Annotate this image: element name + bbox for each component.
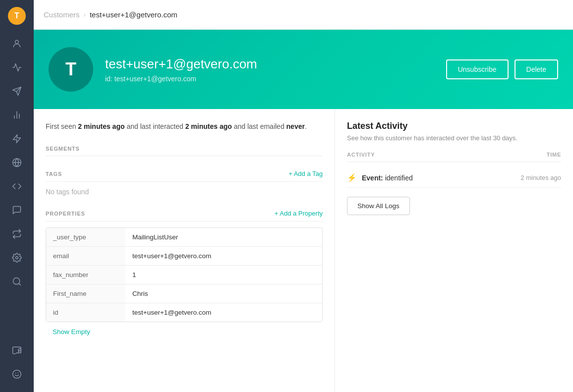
prop-val: Chris — [125, 284, 322, 303]
sidebar-item-settings[interactable] — [0, 246, 34, 270]
sidebar-item-reports[interactable] — [0, 103, 34, 127]
sidebar-item-messages[interactable] — [0, 198, 34, 222]
sidebar-item-sync[interactable] — [0, 222, 34, 246]
breadcrumb-separator: › — [84, 11, 86, 18]
svg-point-0 — [15, 40, 19, 44]
sidebar-item-search[interactable] — [0, 270, 34, 293]
prop-key: First_name — [46, 284, 125, 303]
activity-time: 2 minutes ago — [520, 174, 561, 181]
tags-header: TAGS + Add a Tag — [46, 170, 323, 182]
prop-key: email — [46, 247, 125, 265]
right-panel: Latest Activity See how this customer ha… — [335, 109, 573, 392]
hero-info: test+user+1@getvero.com id: test+user+1@… — [105, 56, 446, 83]
user-avatar[interactable]: T — [8, 7, 26, 25]
svg-marker-6 — [13, 135, 21, 143]
properties-section: PROPERTIES + Add a Property _user_type M… — [46, 210, 323, 341]
hero-id: id: test+user+1@getvero.com — [105, 75, 446, 83]
prop-val: 1 — [125, 266, 322, 284]
segments-section: SEGMENTS — [46, 146, 323, 156]
col-activity: ACTIVITY — [347, 152, 375, 158]
latest-activity-title: Latest Activity — [347, 121, 561, 131]
svg-point-12 — [18, 348, 21, 351]
sidebar-item-analytics[interactable] — [0, 56, 34, 79]
breadcrumb: Customers › test+user+1@getvero.com — [34, 0, 573, 30]
hero-email: test+user+1@getvero.com — [105, 56, 446, 72]
activity-text: Event: identified — [362, 174, 413, 182]
activity-left: ⚡ Event: identified — [347, 173, 413, 182]
first-seen-text: First seen 2 minutes ago and last intera… — [46, 121, 323, 132]
activity-table-header: ACTIVITY TIME — [347, 152, 561, 162]
table-row: fax_number 1 — [46, 266, 322, 284]
add-tag-link[interactable]: + Add a Tag — [288, 170, 323, 177]
table-row: id test+user+1@getvero.com — [46, 303, 322, 322]
sidebar-item-announcements[interactable] — [12, 338, 22, 362]
prop-val: MailingListUser — [125, 228, 322, 246]
unsubscribe-button[interactable]: Unsubscribe — [446, 59, 509, 79]
activity-row: ⚡ Event: identified 2 minutes ago — [347, 168, 561, 188]
segments-label: SEGMENTS — [46, 146, 323, 156]
sidebar: T — [0, 0, 34, 392]
col-time: TIME — [547, 152, 561, 158]
sidebar-item-campaigns[interactable] — [0, 79, 34, 103]
prop-key: _user_type — [46, 228, 125, 246]
properties-header: PROPERTIES + Add a Property — [46, 210, 323, 222]
properties-table: _user_type MailingListUser email test+us… — [46, 227, 323, 322]
prop-key: fax_number — [46, 266, 125, 284]
show-empty-button[interactable]: Show Empty — [46, 322, 97, 341]
table-row: _user_type MailingListUser — [46, 228, 322, 247]
breadcrumb-current: test+user+1@getvero.com — [90, 10, 177, 19]
left-panel: First seen 2 minutes ago and last intera… — [34, 109, 335, 392]
prop-val: test+user+1@getvero.com — [125, 247, 322, 265]
svg-line-11 — [19, 283, 21, 285]
hero-avatar: T — [49, 47, 93, 92]
sidebar-item-events[interactable] — [0, 127, 34, 151]
latest-activity-subtitle: See how this customer has interacted ove… — [347, 134, 561, 142]
breadcrumb-parent[interactable]: Customers — [44, 10, 80, 19]
hero-banner: T test+user+1@getvero.com id: test+user+… — [34, 30, 573, 109]
delete-button[interactable]: Delete — [515, 59, 558, 79]
prop-val: test+user+1@getvero.com — [125, 303, 322, 322]
show-all-logs-button[interactable]: Show All Logs — [347, 197, 410, 215]
prop-key: id — [46, 303, 125, 322]
hero-actions: Unsubscribe Delete — [446, 59, 558, 79]
lightning-icon: ⚡ — [347, 173, 357, 182]
no-tags-text: No tags found — [46, 188, 323, 196]
sidebar-item-feedback[interactable] — [12, 362, 22, 386]
tags-section: TAGS + Add a Tag No tags found — [46, 170, 323, 196]
content-area: First seen 2 minutes ago and last intera… — [34, 109, 573, 392]
sidebar-item-users[interactable] — [0, 32, 34, 56]
svg-point-9 — [16, 257, 18, 259]
table-row: email test+user+1@getvero.com — [46, 247, 322, 266]
table-row: First_name Chris — [46, 284, 322, 303]
svg-point-13 — [13, 370, 21, 379]
sidebar-item-integrations[interactable] — [0, 151, 34, 174]
tags-label: TAGS — [46, 171, 62, 177]
add-property-link[interactable]: + Add a Property — [275, 210, 323, 217]
sidebar-item-code[interactable] — [0, 174, 34, 198]
properties-label: PROPERTIES — [46, 211, 85, 217]
main-content: Customers › test+user+1@getvero.com T te… — [34, 0, 573, 392]
